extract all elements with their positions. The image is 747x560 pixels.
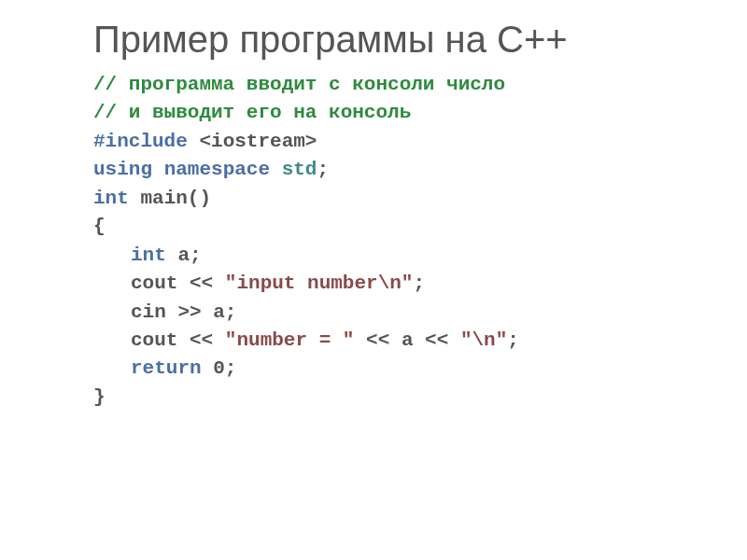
comment-text: // программа вводит с консоли число [93,74,505,95]
include-directive: #include [93,131,199,152]
code-line-return: return 0; [93,355,672,383]
return-kw: return [131,357,213,379]
cout-ident: cout [131,329,190,351]
code-line-cout2: cout << "number = " << a << "\n"; [93,327,672,355]
include-header: <iostream> [199,131,317,152]
string-number: "number = " [225,329,366,351]
lbrace: { [93,216,106,237]
semicolon: ; [507,329,519,351]
int-kw: int [131,245,177,266]
int-kw: int [93,188,140,209]
using-kw: using [93,159,164,180]
main-ident: main [140,188,187,209]
parens: () [188,188,211,209]
semicolon: ; [317,159,329,180]
code-line-lbrace: { [93,213,672,241]
semicolon: ; [413,273,425,294]
var-a: a [177,245,190,266]
code-line-using: using namespace std; [93,156,672,184]
namespace-kw: namespace [164,159,282,180]
lshift-op: << [425,329,460,351]
semicolon: ; [225,357,237,379]
lshift-op: << [366,329,402,351]
cin-ident: cin [131,301,177,323]
var-a: a [402,329,425,351]
cout-ident: cout [131,273,190,294]
code-line-cin: cin >> a; [93,299,672,327]
code-line-cout1: cout << "input number\n"; [93,270,672,298]
rbrace: } [93,386,106,408]
lshift-op: << [190,329,225,351]
semicolon: ; [190,245,202,266]
slide-content: Пример программы на С++ // программа вво… [0,0,747,430]
string-nl: "\n" [460,329,507,351]
slide-title: Пример программы на С++ [93,19,672,60]
code-line-include: #include <iostream> [93,128,672,156]
code-block: // программа вводит с консоли число // и… [93,71,672,412]
zero-literal: 0 [213,357,225,379]
std-ident: std [282,159,317,180]
semicolon: ; [225,301,237,323]
rshift-op: >> [177,301,213,323]
comment-text: // и выводит его на консоль [93,102,411,123]
var-a: a [213,301,225,323]
lshift-op: << [190,273,225,294]
code-line-rbrace: } [93,384,672,412]
code-line-comment2: // и выводит его на консоль [93,99,672,127]
code-line-comment1: // программа вводит с консоли число [93,71,672,99]
code-line-decl: int a; [93,242,672,270]
code-line-main: int main() [93,185,672,213]
string-input: "input number\n" [225,273,414,294]
